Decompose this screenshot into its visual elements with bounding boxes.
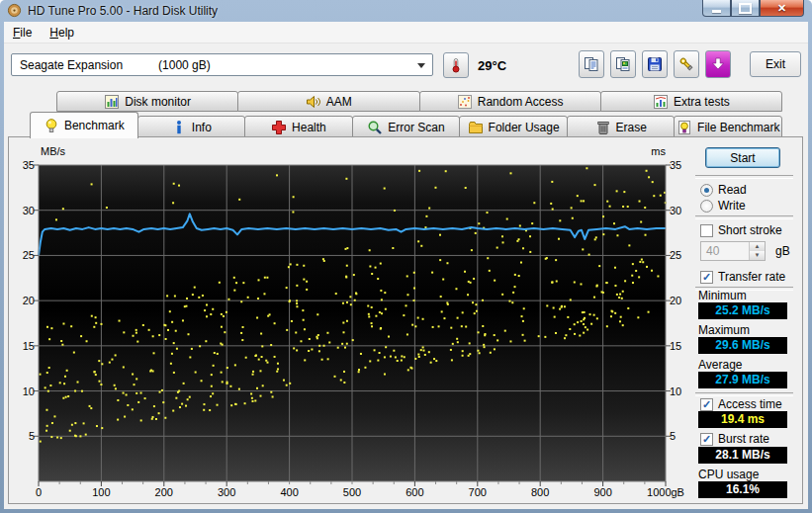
y-right-axis-title: ms	[636, 145, 666, 157]
random-access-icon	[457, 94, 473, 110]
file-benchmark-icon	[677, 120, 692, 135]
radio-icon	[700, 200, 713, 213]
save-icon	[646, 55, 664, 73]
tab-row-primary: Benchmark Info Health Err	[30, 112, 781, 138]
copy-text-button[interactable]	[579, 50, 604, 78]
drive-name: Seagate Expansion	[20, 58, 123, 72]
average-label: Average	[698, 358, 742, 372]
close-button[interactable]: ✕	[760, 0, 804, 17]
cpu-usage-value: 16.1%	[698, 481, 787, 498]
tab-label: Info	[192, 121, 212, 134]
minimize-icon	[712, 10, 721, 13]
tab-file-benchmark[interactable]: File Benchmark	[674, 116, 782, 138]
drive-capacity: (1000 gB)	[158, 58, 211, 72]
temperature-button[interactable]	[443, 52, 469, 78]
start-label: Start	[730, 151, 755, 165]
spinner-down-icon[interactable]: ▼	[750, 251, 765, 260]
disk-monitor-icon	[104, 94, 120, 110]
copy-icon	[583, 55, 600, 73]
y-left-axis-title: MB/s	[41, 145, 65, 157]
options-button[interactable]	[674, 50, 699, 78]
temperature-label: 29°C	[478, 58, 506, 73]
menu-help-key: H	[49, 26, 58, 40]
axis-tick-label: 900	[580, 485, 627, 499]
tab-aam[interactable]: AAM	[237, 91, 419, 112]
short-stroke-unit-label: gB	[775, 244, 790, 258]
benchmark-controls: Start Read Write Short stroke 40	[692, 137, 803, 505]
app-window: HD Tune Pro 5.00 - Hard Disk Utility ✕ F…	[0, 0, 812, 513]
tab-random-access[interactable]: Random Access	[419, 91, 601, 112]
burst-rate-value: 28.1 MB/s	[698, 447, 787, 464]
menu-bar: File Help	[4, 22, 808, 43]
access-time-checkbox[interactable]: ✓ Access time	[700, 397, 782, 411]
menu-help[interactable]: Help	[41, 24, 83, 42]
axis-tick-label: 800	[516, 485, 564, 499]
write-radio[interactable]: Write	[700, 199, 746, 213]
read-radio[interactable]: Read	[700, 183, 747, 197]
start-button[interactable]: Start	[705, 147, 780, 168]
close-icon: ✕	[777, 2, 786, 15]
short-stroke-size-input[interactable]: 40 ▲ ▼	[700, 241, 766, 261]
magnifier-icon	[367, 120, 383, 135]
tab-label: AAM	[326, 95, 352, 109]
separator	[695, 392, 793, 396]
transfer-rate-checkbox[interactable]: ✓ Transfer rate	[700, 270, 785, 284]
menu-file-rest: ile	[20, 26, 32, 40]
tab-label: Random Access	[478, 95, 564, 109]
spinner-up-icon[interactable]: ▲	[750, 242, 765, 251]
access-time-label: Access time	[718, 397, 782, 411]
axis-tick-label: 20	[9, 294, 35, 307]
short-stroke-label: Short stroke	[718, 223, 782, 237]
checkbox-checked-icon: ✓	[700, 271, 713, 284]
tab-extra-tests[interactable]: Extra tests	[600, 91, 782, 112]
tab-error-scan[interactable]: Error Scan	[352, 116, 461, 138]
axis-tick-label: 25	[9, 248, 35, 262]
trash-icon	[595, 120, 611, 135]
tab-erase[interactable]: Erase	[567, 116, 676, 138]
minimum-label: Minimum	[698, 289, 747, 302]
axis-tick-label: 1000gB	[642, 485, 689, 499]
tab-label: Extra tests	[674, 95, 730, 109]
separator	[695, 215, 793, 219]
copy-image-button[interactable]	[610, 50, 636, 78]
tab-info[interactable]: Info	[137, 116, 246, 138]
spinner-buttons[interactable]: ▲ ▼	[749, 242, 765, 260]
tab-label: Error Scan	[388, 121, 444, 134]
short-stroke-checkbox[interactable]: Short stroke	[700, 223, 782, 237]
tab-health[interactable]: Health	[244, 116, 353, 138]
tab-benchmark[interactable]: Benchmark	[30, 112, 138, 138]
window-title: HD Tune Pro 5.00 - Hard Disk Utility	[28, 4, 218, 18]
exit-label: Exit	[766, 57, 785, 71]
drive-selector[interactable]: Seagate Expansion (1000 gB)	[11, 53, 433, 76]
minimize-button[interactable]	[702, 0, 731, 17]
access-time-value: 19.4 ms	[698, 411, 787, 428]
axis-tick-label: 700	[454, 485, 501, 499]
health-cross-icon	[271, 120, 287, 135]
save-button[interactable]	[642, 50, 668, 78]
axis-tick-label: 15	[9, 339, 35, 353]
speaker-icon	[306, 94, 321, 110]
axis-tick-label: 400	[266, 485, 314, 499]
burst-rate-label: Burst rate	[718, 432, 769, 446]
exit-button[interactable]: Exit	[750, 51, 801, 77]
tab-label: File Benchmark	[697, 121, 779, 134]
download-button[interactable]	[705, 50, 731, 78]
tab-folder-usage[interactable]: Folder Usage	[459, 116, 568, 138]
menu-file[interactable]: File	[4, 24, 41, 42]
axis-tick-label: 500	[328, 485, 376, 499]
extra-tests-icon	[653, 94, 669, 110]
benchmark-chart	[33, 159, 672, 491]
info-icon	[171, 120, 187, 135]
axis-tick-label: 300	[203, 485, 250, 499]
axis-tick-label: 0	[15, 485, 62, 499]
radio-selected-icon	[700, 184, 713, 197]
cpu-usage-label: CPU usage	[698, 468, 759, 481]
maximize-button[interactable]	[731, 0, 760, 17]
folder-icon	[468, 120, 484, 135]
chevron-down-icon	[417, 63, 425, 68]
separator	[695, 175, 793, 179]
axis-tick-label: 5	[9, 429, 35, 443]
app-icon	[7, 3, 22, 18]
burst-rate-checkbox[interactable]: ✓ Burst rate	[700, 432, 769, 446]
tab-disk-monitor[interactable]: Disk monitor	[56, 91, 238, 112]
